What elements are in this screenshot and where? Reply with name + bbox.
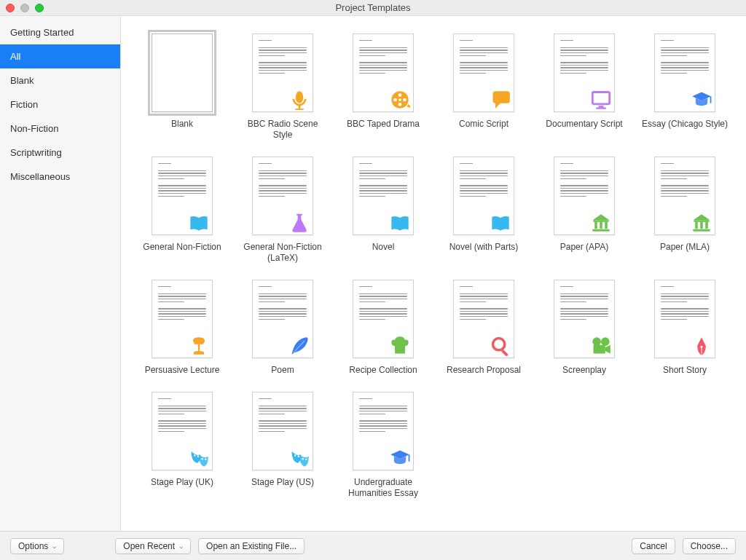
template-item[interactable]: BBC Radio Scene Style (239, 33, 326, 141)
template-item[interactable]: Research Proposal (440, 280, 527, 376)
template-item[interactable]: Persuasive Lecture (138, 280, 226, 376)
template-item[interactable]: Recipe Collection (339, 280, 427, 376)
template-thumbnail (152, 33, 213, 112)
template-item[interactable]: Poem (239, 280, 326, 376)
template-grid: BlankBBC Radio Scene StyleBBC Taped Dram… (121, 16, 746, 531)
template-item[interactable]: BBC Taped Drama (339, 33, 427, 141)
template-item[interactable]: Essay (Chicago Style) (641, 33, 729, 141)
template-thumbnail (554, 33, 615, 112)
template-label: Paper (APA) (560, 242, 608, 253)
template-thumbnail (353, 33, 414, 112)
fountain-pen-icon (691, 336, 712, 356)
template-label: General Non-Fiction (LaTeX) (239, 242, 326, 264)
titlebar: Project Templates (0, 0, 746, 16)
desk-lamp-icon (189, 336, 209, 356)
template-item[interactable]: Undergraduate Humanities Essay (339, 392, 427, 499)
microphone-icon (289, 90, 310, 110)
template-item[interactable]: Novel (339, 157, 427, 264)
template-label: Persuasive Lecture (145, 365, 220, 376)
choose-label: Choose... (691, 541, 728, 551)
sidebar-item[interactable]: Non-Fiction (0, 117, 120, 141)
template-label: Screenplay (562, 365, 606, 376)
template-thumbnail (654, 157, 715, 235)
template-thumbnail (353, 280, 414, 358)
template-thumbnail (453, 157, 514, 235)
monitor-icon (591, 90, 611, 110)
choose-button[interactable]: Choose... (683, 538, 736, 554)
feather-icon (289, 336, 310, 356)
sidebar-item-label: Scriptwriting (10, 147, 62, 158)
template-label: BBC Radio Scene Style (239, 119, 326, 141)
template-label: Recipe Collection (349, 365, 417, 376)
template-item[interactable]: Screenplay (541, 280, 628, 376)
template-item[interactable]: Stage Play (US) (239, 392, 326, 499)
template-item[interactable]: Comic Script (440, 33, 527, 141)
chevron-down-icon: ⌵ (52, 543, 56, 550)
sidebar: Getting StartedAllBlankFictionNon-Fictio… (0, 16, 121, 531)
template-thumbnail (453, 280, 514, 358)
video-camera-icon (591, 336, 611, 356)
template-label: Blank (171, 119, 193, 130)
sidebar-item-label: All (10, 51, 20, 62)
template-label: BBC Taped Drama (347, 119, 420, 130)
flask-icon (289, 213, 310, 233)
template-label: Stage Play (UK) (151, 477, 213, 488)
template-item[interactable]: General Non-Fiction (138, 157, 226, 264)
template-thumbnail (252, 392, 313, 470)
template-label: Essay (Chicago Style) (642, 119, 728, 130)
open-existing-button[interactable]: Open an Existing File... (198, 538, 305, 554)
sidebar-item[interactable]: Scriptwriting (0, 141, 120, 165)
template-item[interactable]: Blank (138, 33, 226, 141)
options-button[interactable]: Options ⌵ (10, 538, 64, 554)
template-item[interactable]: Paper (MLA) (641, 157, 729, 264)
options-label: Options (18, 541, 48, 551)
template-item[interactable]: Paper (APA) (541, 157, 628, 264)
sidebar-item[interactable]: Blank (0, 68, 120, 92)
chevron-down-icon: ⌵ (179, 543, 183, 550)
template-label: Documentary Script (546, 119, 622, 130)
cancel-button[interactable]: Cancel (632, 538, 675, 554)
open-book-icon (490, 213, 511, 233)
template-item[interactable]: Documentary Script (541, 33, 628, 141)
drama-masks-icon (189, 448, 209, 468)
sidebar-item-label: Fiction (10, 99, 38, 110)
open-recent-button[interactable]: Open Recent ⌵ (115, 538, 191, 554)
sidebar-item[interactable]: Fiction (0, 92, 120, 117)
template-label: Poem (271, 365, 294, 376)
template-item[interactable]: General Non-Fiction (LaTeX) (239, 157, 326, 264)
template-item[interactable]: Short Story (641, 280, 729, 376)
template-thumbnail (453, 33, 514, 112)
institution-icon (691, 213, 712, 233)
template-thumbnail (353, 157, 414, 235)
template-label: Paper (MLA) (660, 242, 710, 253)
template-thumbnail (554, 157, 615, 235)
sidebar-item[interactable]: Getting Started (0, 20, 120, 44)
template-thumbnail (654, 280, 715, 358)
open-book-icon (390, 213, 410, 233)
template-label: Undergraduate Humanities Essay (339, 477, 427, 499)
template-thumbnail (252, 33, 313, 112)
template-thumbnail (152, 392, 213, 470)
template-thumbnail (554, 280, 615, 358)
template-label: Novel (372, 242, 395, 253)
template-label: Comic Script (459, 119, 509, 130)
template-thumbnail (152, 157, 213, 235)
open-existing-label: Open an Existing File... (206, 541, 297, 551)
template-label: Short Story (663, 365, 707, 376)
footer: Options ⌵ Open Recent ⌵ Open an Existing… (0, 531, 746, 560)
sidebar-item-label: Getting Started (10, 27, 74, 38)
open-recent-label: Open Recent (123, 541, 175, 551)
template-thumbnail (252, 280, 313, 358)
chef-hat-icon (390, 336, 410, 356)
template-thumbnail (252, 157, 313, 235)
template-label: General Non-Fiction (143, 242, 221, 253)
magnifier-icon (490, 336, 511, 356)
template-thumbnail (353, 392, 414, 470)
template-item[interactable]: Novel (with Parts) (440, 157, 527, 264)
window-title: Project Templates (0, 0, 746, 16)
speech-bubble-icon (490, 90, 511, 110)
template-item[interactable]: Stage Play (UK) (138, 392, 226, 499)
sidebar-item[interactable]: Miscellaneous (0, 165, 120, 189)
graduation-cap-icon (390, 448, 410, 468)
sidebar-item[interactable]: All (0, 44, 120, 68)
